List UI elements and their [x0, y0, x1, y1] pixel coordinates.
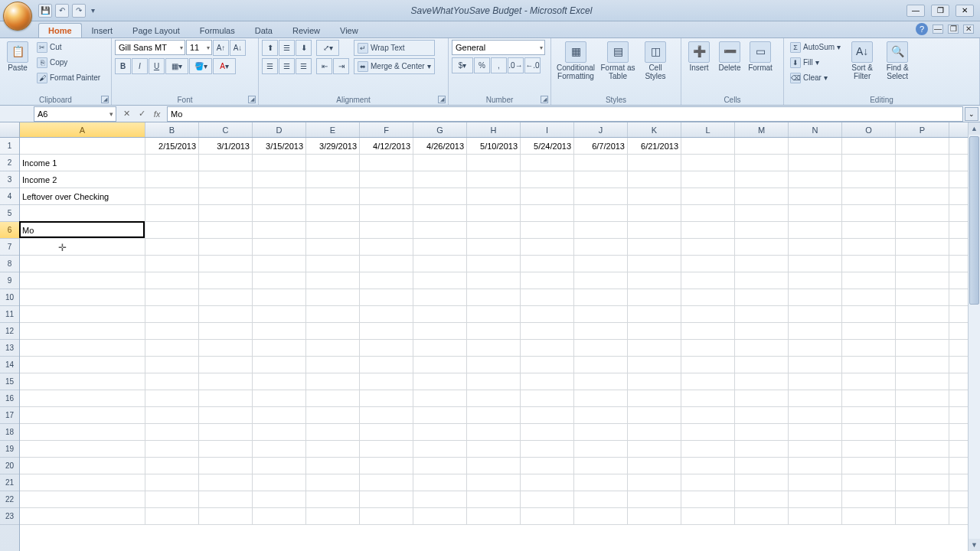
cell-D23[interactable] — [253, 508, 306, 524]
cell-F4[interactable] — [360, 188, 413, 204]
cell-M6[interactable] — [735, 222, 789, 238]
cell-J21[interactable] — [574, 474, 628, 491]
row-header-14[interactable]: 14 — [0, 357, 19, 373]
cell-L23[interactable] — [681, 508, 735, 524]
cell-N12[interactable] — [789, 323, 842, 339]
cell-E16[interactable] — [306, 390, 360, 406]
tab-formulas[interactable]: Formulas — [190, 23, 245, 37]
format-painter-button[interactable]: 🖌Format Painter — [34, 70, 103, 85]
font-size-select[interactable]: 11 — [186, 40, 212, 55]
cut-button[interactable]: ✂Cut — [34, 40, 103, 54]
cell-M8[interactable] — [735, 256, 789, 272]
cell-E8[interactable] — [306, 256, 360, 272]
cell-O2[interactable] — [842, 155, 896, 171]
border-button[interactable]: ▦▾ — [165, 58, 188, 74]
row-header-3[interactable]: 3 — [0, 171, 19, 188]
row-header-17[interactable]: 17 — [0, 407, 19, 424]
cell-G19[interactable] — [413, 441, 467, 457]
cell-A4[interactable]: Leftover over Checking — [20, 188, 145, 204]
grow-font-button[interactable]: A↑ — [213, 40, 229, 56]
tab-data[interactable]: Data — [245, 23, 283, 37]
cell-K13[interactable] — [628, 340, 681, 356]
cell-P5[interactable] — [896, 205, 949, 221]
cell-E10[interactable] — [306, 289, 360, 305]
cell-M7[interactable] — [735, 239, 789, 255]
cell-F20[interactable] — [360, 458, 413, 474]
cell-O18[interactable] — [842, 424, 896, 440]
qat-undo-icon[interactable]: ↶ — [55, 4, 69, 18]
cell-O16[interactable] — [842, 390, 896, 406]
cell-M12[interactable] — [735, 323, 789, 339]
vertical-scrollbar[interactable]: ▲ ▼ — [968, 122, 980, 551]
cell-P7[interactable] — [896, 239, 949, 255]
cell-J20[interactable] — [574, 458, 628, 474]
cell-F2[interactable] — [360, 155, 413, 171]
cell-O7[interactable] — [842, 239, 896, 255]
cell-H17[interactable] — [467, 407, 521, 423]
row-header-18[interactable]: 18 — [0, 424, 19, 441]
cell-L1[interactable] — [681, 138, 735, 154]
cell-A13[interactable] — [20, 340, 145, 356]
cell-D14[interactable] — [253, 357, 306, 373]
cell-D12[interactable] — [253, 323, 306, 339]
cell-A1[interactable] — [20, 138, 145, 154]
office-button[interactable] — [3, 2, 32, 31]
cell-N8[interactable] — [789, 256, 842, 272]
cell-P21[interactable] — [896, 474, 949, 491]
cell-E2[interactable] — [306, 155, 360, 171]
cell-M23[interactable] — [735, 508, 789, 524]
cell-M18[interactable] — [735, 424, 789, 440]
cell-E1[interactable]: 3/29/2013 — [306, 138, 360, 154]
cell-C18[interactable] — [199, 424, 253, 440]
cell-N1[interactable] — [789, 138, 842, 154]
cell-M17[interactable] — [735, 407, 789, 423]
cell-P23[interactable] — [896, 508, 949, 524]
cell-D10[interactable] — [253, 289, 306, 305]
cell-C10[interactable] — [199, 289, 253, 305]
cell-C22[interactable] — [199, 491, 253, 507]
cancel-entry-icon[interactable]: ✕ — [119, 107, 133, 121]
cell-H19[interactable] — [467, 441, 521, 457]
col-header-E[interactable]: E — [306, 122, 360, 137]
cell-G6[interactable] — [413, 222, 467, 238]
cell-C17[interactable] — [199, 407, 253, 423]
indent-dec-button[interactable]: ⇤ — [316, 58, 332, 74]
cell-C9[interactable] — [199, 272, 253, 289]
cell-O12[interactable] — [842, 323, 896, 339]
cell-C4[interactable] — [199, 188, 253, 204]
cell-A14[interactable] — [20, 357, 145, 373]
row-header-19[interactable]: 19 — [0, 441, 19, 458]
cell-G4[interactable] — [413, 188, 467, 204]
cell-M2[interactable] — [735, 155, 789, 171]
row-header-11[interactable]: 11 — [0, 306, 19, 323]
cell-I7[interactable] — [521, 239, 574, 255]
cell-K14[interactable] — [628, 357, 681, 373]
number-format-select[interactable]: General — [452, 40, 545, 55]
italic-button[interactable]: I — [132, 58, 148, 74]
cell-N18[interactable] — [789, 424, 842, 440]
cell-O23[interactable] — [842, 508, 896, 524]
col-header-O[interactable]: O — [842, 122, 896, 137]
cell-G21[interactable] — [413, 474, 467, 491]
cell-J17[interactable] — [574, 407, 628, 423]
cell-M15[interactable] — [735, 373, 789, 390]
copy-button[interactable]: ⎘Copy — [34, 55, 103, 70]
cell-O21[interactable] — [842, 474, 896, 491]
cell-C13[interactable] — [199, 340, 253, 356]
clear-button[interactable]: ⌫Clear ▾ — [787, 70, 844, 85]
cell-M13[interactable] — [735, 340, 789, 356]
cell-I12[interactable] — [521, 323, 574, 339]
cell-H5[interactable] — [467, 205, 521, 221]
align-bottom-button[interactable]: ⬇ — [296, 40, 312, 56]
cell-I18[interactable] — [521, 424, 574, 440]
cell-H6[interactable] — [467, 222, 521, 238]
cell-B15[interactable] — [145, 373, 199, 390]
cell-O15[interactable] — [842, 373, 896, 390]
cell-K21[interactable] — [628, 474, 681, 491]
cell-G2[interactable] — [413, 155, 467, 171]
cell-L16[interactable] — [681, 390, 735, 406]
cell-E20[interactable] — [306, 458, 360, 474]
insert-cells-button[interactable]: ➕Insert — [684, 40, 714, 73]
cell-P1[interactable] — [896, 138, 949, 154]
cell-H20[interactable] — [467, 458, 521, 474]
